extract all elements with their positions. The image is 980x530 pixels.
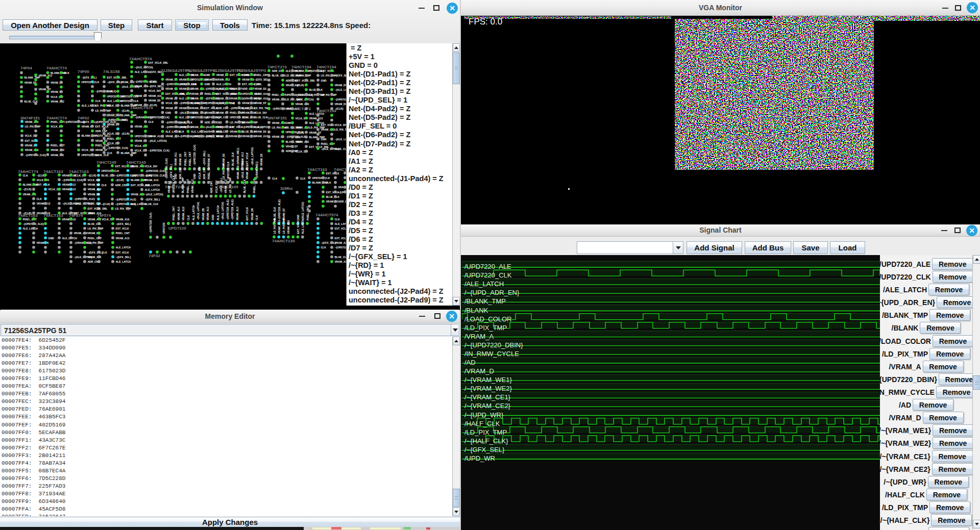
svg-text:~{GFX_SEL}: ~{GFX_SEL}: [82, 120, 97, 123]
svg-text:VRAM_D7: VRAM_D7: [335, 103, 347, 106]
svg-text:CLK: CLK: [254, 83, 260, 86]
svg-text:PIXEL_CNT: PIXEL_CNT: [186, 179, 189, 193]
svg-text:CLK: CLK: [107, 152, 113, 155]
svg-text:LD_PIX_TMP: LD_PIX_TMP: [273, 218, 276, 234]
svg-text:VRAM_A13: VRAM_A13: [116, 237, 130, 240]
svg-text:/LOAD_COLOR: /LOAD_COLOR: [464, 315, 511, 323]
svg-text:/~{GFX_SEL}: /~{GFX_SEL}: [464, 446, 505, 453]
svg-text:~{UPD7220_CLK}: ~{UPD7220_CLK}: [193, 144, 196, 166]
svg-text:~{UPD7220_ALE}: ~{UPD7220_ALE}: [278, 199, 281, 220]
svg-text:VRAM_A10: VRAM_A10: [254, 92, 268, 95]
svg-text:VRAM_A13: VRAM_A13: [254, 135, 268, 138]
svg-text:EXT_VCLK_DBL: EXT_VCLK_DBL: [335, 227, 347, 230]
svg-text:74AHCT574: 74AHCT574: [315, 213, 338, 217]
svg-text:BLANK_TMP: BLANK_TMP: [121, 152, 137, 155]
svg-text:ALE_LATCH: ALE_LATCH: [145, 188, 160, 191]
svg-text:/BLANK: /BLANK: [464, 307, 488, 314]
svg-text:74AHCT74: 74AHCT74: [46, 66, 67, 70]
svg-text:74LS158: 74LS158: [103, 69, 120, 74]
svg-text:VRAM_A12: VRAM_A12: [224, 180, 227, 193]
svg-text:VCLK_DIV: VCLK_DIV: [254, 111, 267, 114]
svg-text:PIXEL_CNT: PIXEL_CNT: [184, 152, 187, 166]
svg-text:VRAM_D5: VRAM_D5: [251, 208, 254, 220]
svg-text:VRAM_A12: VRAM_A12: [62, 183, 76, 186]
svg-text:VRAM_D7: VRAM_D7: [207, 154, 210, 166]
svg-text:UPD7220_CLK: UPD7220_CLK: [121, 99, 139, 103]
svg-text:~{VRAM_WE1}: ~{VRAM_WE1}: [236, 148, 239, 166]
svg-text:PIXEL_CNT: PIXEL_CNT: [188, 152, 191, 166]
svg-text:VRAM_A11: VRAM_A11: [149, 94, 162, 97]
svg-text:ALE_LATCH: ALE_LATCH: [165, 130, 181, 133]
svg-text:BLUE_CLK: BLUE_CLK: [145, 203, 159, 206]
svg-text:ALE_LATCH: ALE_LATCH: [216, 83, 232, 86]
svg-text:~{ALE_LATCH}: ~{ALE_LATCH}: [335, 138, 347, 141]
svg-text:ADR_CNT: ADR_CNT: [115, 184, 128, 187]
svg-text:~{UPD7220_ALE}: ~{UPD7220_ALE}: [95, 90, 116, 93]
svg-text:VRAM_A11: VRAM_A11: [246, 166, 249, 180]
svg-text:FPS: 0.0: FPS: 0.0: [469, 17, 502, 27]
svg-text:~{CLR}: ~{CLR}: [121, 132, 130, 135]
svg-text:ADR_CNT: ADR_CNT: [203, 167, 206, 180]
svg-text:LD_PIX_TMP: LD_PIX_TMP: [25, 125, 41, 128]
svg-text:74AHCT574: 74AHCT574: [130, 106, 153, 110]
svg-text:CLK: CLK: [64, 71, 70, 74]
svg-text:VRAM_A13: VRAM_A13: [278, 220, 281, 234]
svg-text:GND: GND: [321, 79, 327, 82]
svg-text:EXT_VCLK: EXT_VCLK: [326, 191, 340, 194]
svg-text:/VRAM_D: /VRAM_D: [464, 367, 494, 375]
svg-text:~{ALE_LATCH}: ~{ALE_LATCH}: [145, 193, 163, 196]
svg-text:/HALF_CLK: /HALF_CLK: [464, 420, 500, 427]
svg-text:~{CLR}: ~{CLR}: [23, 188, 32, 191]
svg-text:74F00: 74F00: [78, 69, 89, 74]
svg-text:74FCT273: 74FCT273: [291, 107, 311, 111]
svg-text:~{GFX_SEL}: ~{GFX_SEL}: [149, 85, 164, 88]
svg-text:~{ALE_LATCH}: ~{ALE_LATCH}: [149, 139, 167, 142]
svg-text:BLANK_TMP: BLANK_TMP: [181, 177, 184, 193]
svg-text:GND: GND: [191, 83, 197, 86]
svg-text:BLUE_CLK: BLUE_CLK: [243, 179, 246, 193]
svg-text:~{CLR}: ~{CLR}: [296, 84, 304, 87]
svg-text:GND: GND: [216, 121, 223, 124]
svg-text:EXT_VCLK: EXT_VCLK: [246, 152, 249, 166]
svg-text:LD_PIX_TMP: LD_PIX_TMP: [88, 227, 104, 230]
svg-text:EXT_VCLK: EXT_VCLK: [326, 172, 340, 175]
svg-text:BLUE_CLK: BLUE_CLK: [88, 202, 102, 205]
svg-text:BLUE_CLK: BLUE_CLK: [335, 147, 347, 150]
svg-text:~{UPD7220_CLK}: ~{UPD7220_CLK}: [165, 158, 168, 180]
svg-text:/~{VRAM_WE2}: /~{VRAM_WE2}: [464, 385, 512, 392]
svg-text:LD_PIX_TMP: LD_PIX_TMP: [229, 177, 232, 193]
svg-text:~{UPD7220_CLK}: ~{UPD7220_CLK}: [62, 179, 84, 182]
svg-text:71256SA25TPG: 71256SA25TPG: [186, 68, 216, 73]
svg-text:74ACT163: 74ACT163: [43, 213, 63, 218]
svg-text:VRAM_D7: VRAM_D7: [88, 183, 100, 186]
svg-text:VRAM_A12: VRAM_A12: [206, 207, 209, 220]
svg-text:VRAM_A10: VRAM_A10: [254, 97, 268, 100]
svg-text:CLK: CLK: [326, 181, 332, 184]
svg-text:BLANK_TMP: BLANK_TMP: [24, 76, 40, 79]
svg-text:VRAM_D7: VRAM_D7: [39, 88, 51, 91]
svg-text:~{UPD7220_ALE}: ~{UPD7220_ALE}: [231, 199, 234, 220]
svg-text:VRAM_A10: VRAM_A10: [62, 218, 76, 221]
svg-text:~{GFX_SEL}: ~{GFX_SEL}: [107, 81, 122, 84]
svg-text:~{UPD7220_ALE}: ~{UPD7220_ALE}: [115, 198, 136, 201]
svg-text:BLANK_TMP: BLANK_TMP: [296, 74, 311, 77]
svg-text:CLK: CLK: [102, 184, 107, 187]
svg-text:VRAM_A11: VRAM_A11: [242, 73, 256, 77]
svg-text:ALE_LATCH: ALE_LATCH: [23, 227, 38, 230]
svg-text:SN74F151: SN74F151: [102, 113, 122, 117]
svg-text:74HCT194: 74HCT194: [316, 65, 336, 69]
svg-text:VCLK_DIV: VCLK_DIV: [149, 89, 161, 92]
svg-text:~{ALE_LATCH}: ~{ALE_LATCH}: [221, 202, 224, 220]
svg-text:BLUE_CLK: BLUE_CLK: [242, 130, 256, 133]
svg-text:GND: GND: [193, 173, 196, 180]
svg-text:/~{VRAM_CE1}: /~{VRAM_CE1}: [464, 393, 511, 401]
svg-text:ALE_LATCH: ALE_LATCH: [145, 184, 160, 187]
svg-text:GND: GND: [165, 111, 172, 114]
svg-text:/~{HALF_CLK}: /~{HALF_CLK}: [464, 437, 508, 445]
svg-text:PIXEL_CNT: PIXEL_CNT: [207, 165, 210, 180]
svg-text:~{GFX_SEL}: ~{GFX_SEL}: [321, 241, 336, 244]
svg-text:VRAM_D5: VRAM_D5: [37, 241, 49, 244]
svg-text:/LD_PIX_TMP: /LD_PIX_TMP: [464, 428, 507, 436]
svg-text:~{GFX_SEL}: ~{GFX_SEL}: [203, 150, 206, 166]
svg-text:GND: GND: [297, 215, 300, 221]
